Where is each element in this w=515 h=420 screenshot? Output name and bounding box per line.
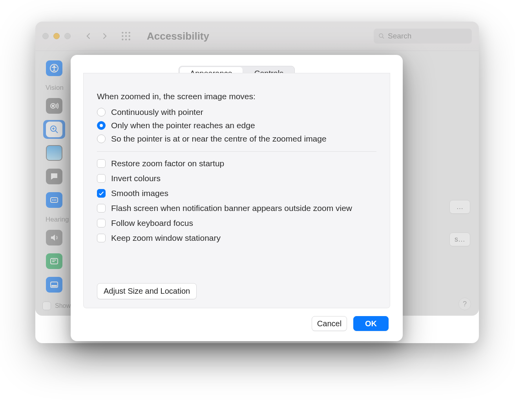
check-label: Smooth images: [111, 189, 168, 198]
section-title: When zoomed in, the screen image moves:: [97, 92, 376, 101]
radio-edge[interactable]: Only when the pointer reaches an edge: [97, 121, 376, 130]
checkmark-icon: [98, 190, 104, 196]
radio-icon: [97, 135, 106, 143]
check-invert-colours[interactable]: Invert colours: [97, 174, 376, 183]
sheet-footer: Cancel OK: [71, 316, 403, 341]
ok-button[interactable]: OK: [353, 316, 389, 331]
checkbox-icon: [97, 189, 106, 198]
divider: [97, 151, 376, 152]
check-smooth-images[interactable]: Smooth images: [97, 189, 376, 198]
radio-continuously[interactable]: Continuously with pointer: [97, 107, 376, 117]
radio-label: Continuously with pointer: [111, 107, 203, 117]
sheet-body: When zoomed in, the screen image moves: …: [83, 73, 390, 308]
options-check-group: Restore zoom factor on startup Invert co…: [97, 159, 376, 243]
check-label: Keep zoom window stationary: [111, 233, 221, 243]
movement-radio-group: Continuously with pointer Only when the …: [97, 107, 376, 144]
radio-icon: [97, 121, 106, 130]
cancel-button[interactable]: Cancel: [312, 316, 347, 331]
checkbox-icon: [97, 219, 106, 227]
check-label: Restore zoom factor on startup: [111, 159, 224, 168]
check-keep-window-stationary[interactable]: Keep zoom window stationary: [97, 233, 376, 243]
checkbox-icon: [97, 234, 106, 242]
check-label: Flash screen when notification banner ap…: [111, 204, 352, 213]
checkbox-icon: [97, 204, 106, 213]
adjust-size-location-button[interactable]: Adjust Size and Location: [97, 283, 197, 299]
check-label: Follow keyboard focus: [111, 218, 193, 228]
radio-label: Only when the pointer reaches an edge: [111, 121, 255, 130]
radio-centre[interactable]: So the pointer is at or near the centre …: [97, 134, 376, 144]
checkbox-icon: [97, 174, 106, 183]
radio-icon: [97, 108, 106, 116]
check-label: Invert colours: [111, 174, 161, 183]
check-follow-keyboard[interactable]: Follow keyboard focus: [97, 218, 376, 228]
checkbox-icon: [97, 159, 106, 168]
zoom-advanced-sheet: Appearance Controls When zoomed in, the …: [71, 55, 403, 341]
check-restore-zoom[interactable]: Restore zoom factor on startup: [97, 159, 376, 168]
check-flash-screen[interactable]: Flash screen when notification banner ap…: [97, 204, 376, 213]
radio-label: So the pointer is at or near the centre …: [111, 134, 327, 144]
